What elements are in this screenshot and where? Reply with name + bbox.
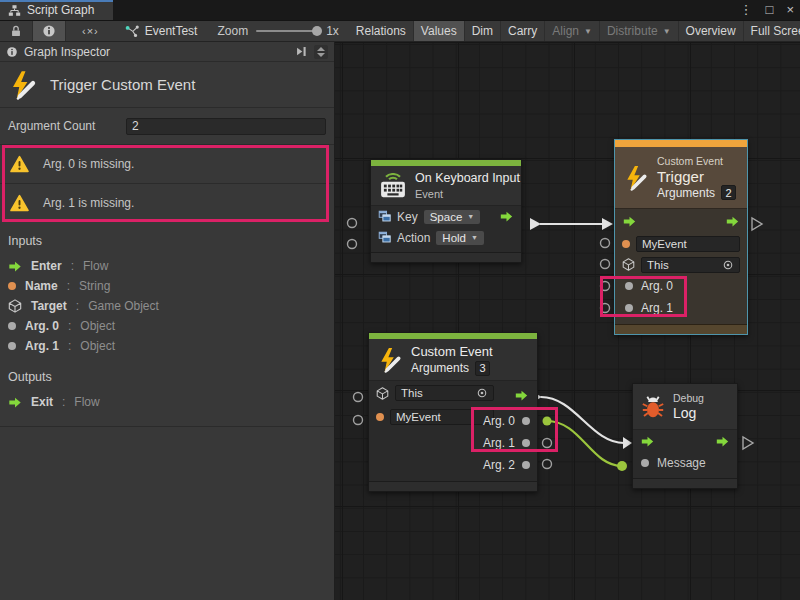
port-type: Object xyxy=(80,319,115,333)
event-name-value: MyEvent xyxy=(642,238,687,250)
key-dropdown[interactable]: Space▼ xyxy=(424,210,481,224)
zoom-slider-handle[interactable] xyxy=(312,26,322,36)
graph-canvas[interactable]: On Keyboard Input Event Key Space▼ Actio… xyxy=(335,42,800,600)
node-footer xyxy=(615,324,747,334)
node-trigger-custom-event[interactable]: Custom Event Trigger Arguments2 MyEvent … xyxy=(614,139,748,335)
values-button[interactable]: Values xyxy=(414,21,465,41)
port-name: Target xyxy=(31,299,67,313)
flow-out-port[interactable] xyxy=(499,210,514,223)
flow-out-port[interactable] xyxy=(514,389,529,402)
arg-label: Arg. 1 xyxy=(641,301,673,315)
flow-out-port[interactable] xyxy=(725,215,740,228)
port-keyboard-action[interactable] xyxy=(348,240,357,249)
dock-panel-icon[interactable] xyxy=(295,45,308,58)
align-button[interactable]: Align▼ xyxy=(545,21,600,41)
warning-row: Arg. 0 is missing. xyxy=(0,145,334,183)
port-trigger-arg0[interactable] xyxy=(601,282,610,291)
port-trigger-name[interactable] xyxy=(601,239,610,248)
panel-stepper[interactable] xyxy=(314,45,328,59)
keyboard-event-icon xyxy=(379,173,407,199)
arg-label: Arg. 2 xyxy=(483,458,515,472)
port-trigger-arg1[interactable] xyxy=(601,304,610,313)
string-port-icon xyxy=(622,240,630,248)
graph-inspector-panel: Graph Inspector Trigger Custom Event Arg… xyxy=(0,42,335,600)
dim-button[interactable]: Dim xyxy=(465,21,501,41)
node-footer xyxy=(369,481,537,491)
arg1-row: Arg. 1 xyxy=(615,297,747,319)
port-trigger-exit[interactable] xyxy=(752,218,762,230)
flow-in-port[interactable] xyxy=(640,435,655,448)
argument-count-label: Argument Count xyxy=(8,119,126,133)
inspector-toggle-button[interactable] xyxy=(33,21,66,41)
overview-button[interactable]: Overview xyxy=(679,21,744,41)
graph-reference[interactable]: EventTest xyxy=(115,21,208,41)
distribute-button[interactable]: Distribute▼ xyxy=(600,21,679,41)
relations-button[interactable]: Relations xyxy=(349,21,414,41)
window-menu-icon[interactable]: ⋮ xyxy=(740,0,753,20)
distribute-label: Distribute xyxy=(607,24,658,38)
inputs-header: Inputs xyxy=(8,234,326,248)
port-listener-arg2-out[interactable] xyxy=(543,460,552,469)
arguments-label: Arguments xyxy=(411,360,469,376)
value-wire[interactable] xyxy=(547,421,622,466)
target-field[interactable]: This xyxy=(395,385,494,401)
target-value: This xyxy=(401,387,423,399)
value-port-connected[interactable] xyxy=(543,417,552,426)
arg2-out-row: Arg. 2 xyxy=(483,455,530,475)
full-screen-label: Full Screen xyxy=(751,24,800,38)
separator: : xyxy=(68,339,71,353)
port-trigger-target[interactable] xyxy=(601,260,610,269)
node-footer xyxy=(371,252,521,262)
arg1-out-row: Arg. 1 xyxy=(483,433,530,453)
arguments-label: Arguments xyxy=(657,185,715,201)
code-icon: ‹×› xyxy=(82,25,99,37)
tab-bar: Script Graph ⋮ □ × xyxy=(0,0,800,20)
flow-in-port[interactable] xyxy=(622,215,637,228)
node-debug-log[interactable]: Debug Log Message xyxy=(632,383,738,489)
section-divider xyxy=(0,426,334,427)
argument-count-field[interactable]: 2 xyxy=(126,118,326,135)
argument-count-row: Argument Count 2 xyxy=(0,108,334,145)
separator: : xyxy=(67,279,70,293)
chevron-down-icon: ▼ xyxy=(584,27,592,36)
action-dropdown[interactable]: Hold▼ xyxy=(436,231,484,245)
flow-wire[interactable] xyxy=(541,397,624,443)
node-on-keyboard-input[interactable]: On Keyboard Input Event Key Space▼ Actio… xyxy=(370,159,522,263)
port-debug-exit[interactable] xyxy=(743,437,753,449)
arguments-count-field[interactable]: 3 xyxy=(475,361,490,376)
action-label: Action xyxy=(397,231,430,245)
info-icon xyxy=(6,46,18,58)
arg0-row: Arg. 0 xyxy=(615,275,747,297)
ports-documentation: Inputs Enter:Flow Name:String Target:Gam… xyxy=(0,222,334,427)
carry-button[interactable]: Carry xyxy=(501,21,545,41)
target-picker-icon[interactable] xyxy=(476,387,488,399)
zoom-slider[interactable] xyxy=(256,30,318,32)
maximize-icon[interactable]: □ xyxy=(766,0,774,20)
close-icon[interactable]: × xyxy=(786,0,794,20)
gameobject-port-icon xyxy=(8,299,22,313)
object-port-icon xyxy=(8,322,16,330)
full-screen-button[interactable]: Full Screen xyxy=(744,21,800,41)
graph-toolbar: ‹×› EventTest Zoom 1x Relations Values D… xyxy=(0,20,800,42)
unity-script-graph-window: Script Graph ⋮ □ × ‹×› EventTest Zoom 1 xyxy=(0,0,800,600)
node-custom-event[interactable]: Custom Event Arguments3 This MyEvent Arg… xyxy=(368,332,538,492)
values-label: Values xyxy=(421,24,457,38)
port-listener-target[interactable] xyxy=(354,393,363,402)
target-picker-icon[interactable] xyxy=(722,259,734,271)
event-name-field[interactable]: MyEvent xyxy=(390,409,494,425)
code-view-button[interactable]: ‹×› xyxy=(66,21,115,41)
flow-out-port[interactable] xyxy=(715,435,730,448)
target-field[interactable]: This xyxy=(641,257,740,273)
arguments-count-field[interactable]: 2 xyxy=(721,185,736,200)
string-port-icon xyxy=(376,413,384,421)
wire-arrowhead xyxy=(623,437,632,449)
lock-button[interactable] xyxy=(0,21,33,41)
event-name-field[interactable]: MyEvent xyxy=(636,236,740,252)
node-title: Custom Event xyxy=(411,343,493,360)
node-header: Debug Log xyxy=(633,384,737,430)
separator: : xyxy=(76,299,79,313)
port-listener-arg1-out[interactable] xyxy=(543,439,552,448)
tab-script-graph[interactable]: Script Graph xyxy=(0,0,113,20)
port-keyboard-key[interactable] xyxy=(348,219,357,228)
port-listener-name[interactable] xyxy=(354,416,363,425)
